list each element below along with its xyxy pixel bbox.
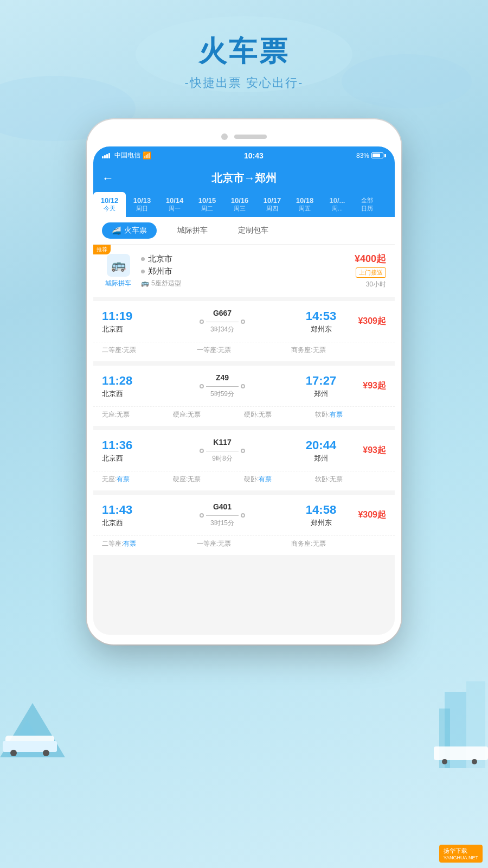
line-bar-1	[206, 386, 239, 387]
intercity-icon-area: 🚌 城际拼车	[102, 254, 134, 288]
type-tab-charter-label: 定制包车	[238, 226, 268, 234]
date-tab-3[interactable]: 10/15 周二	[191, 192, 223, 217]
battery-icon	[371, 152, 386, 158]
date-tab-1[interactable]: 10/13 周日	[126, 192, 158, 217]
date-tab-4[interactable]: 10/16 周三	[223, 192, 256, 217]
type-tab-charter[interactable]: 定制包车	[228, 222, 278, 239]
line-bar-0	[206, 322, 239, 322]
back-button[interactable]: ←	[102, 171, 114, 186]
carrier-label: 中国电信	[114, 151, 140, 160]
signal-icon	[102, 153, 110, 158]
door-service-badge: 上门接送	[356, 267, 386, 278]
train-middle-2: K117 9时8分	[145, 438, 299, 463]
intercity-price: ¥400起	[355, 252, 386, 265]
arrive-station-1: 郑州	[299, 389, 343, 399]
train-row-1[interactable]: 11:28 北京西 Z49 5时59分	[93, 366, 395, 426]
line-dot-left-3	[200, 513, 204, 518]
train-row-3[interactable]: 11:43 北京西 G401 3时15分	[93, 495, 395, 555]
intercity-to-city: 郑州市	[148, 266, 172, 277]
svg-point-8	[43, 750, 49, 756]
date-tab-3-day: 周二	[194, 205, 220, 213]
page-title-area: 火车票 -快捷出票 安心出行-	[0, 0, 488, 91]
phone-outer: 中国电信 📶 10:43 83% ← 北京市→郑州	[87, 119, 401, 644]
seat-0-1: 一等座:无票	[197, 346, 292, 355]
arrive-time-3: 14:58	[299, 503, 343, 517]
arrive-time-1: 17:27	[299, 374, 343, 388]
type-tab-intercity[interactable]: 城际拼车	[168, 222, 217, 239]
arrive-station-2: 郑州	[299, 454, 343, 463]
type-tab-train-label: 火车票	[124, 226, 147, 235]
bus-icon-small: 🚌	[141, 279, 149, 287]
train-duration-0: 3时34分	[145, 325, 299, 334]
seat-info-0: 二等座:无票 一等座:无票 商务座:无票	[93, 342, 395, 361]
page-subtitle: -快捷出票 安心出行-	[0, 75, 488, 91]
train-arrive-0: 14:53 郑州东	[299, 309, 343, 334]
train-row-0[interactable]: 11:19 北京西 G667 3时34分	[93, 301, 395, 361]
arrive-station-3: 郑州东	[299, 518, 343, 528]
train-duration-3: 3时15分	[145, 519, 299, 528]
train-arrive-3: 14:58 郑州东	[299, 503, 343, 528]
svg-point-7	[10, 750, 17, 756]
line-dot-left-0	[200, 320, 204, 324]
train-depart-2: 11:36 北京西	[102, 438, 145, 463]
depart-time-3: 11:43	[102, 503, 145, 517]
type-tab-intercity-label: 城际拼车	[177, 226, 208, 234]
intercity-service-label: 城际拼车	[105, 279, 131, 288]
date-tab-2[interactable]: 10/14 周一	[158, 192, 191, 217]
depart-station-3: 北京西	[102, 518, 145, 528]
date-tab-6-day: 周五	[292, 205, 318, 213]
depart-time-0: 11:19	[102, 309, 145, 323]
nav-bar: ← 北京市→郑州	[93, 164, 395, 192]
date-tab-all[interactable]: 全部 日历	[354, 192, 381, 217]
train-main-0: 11:19 北京西 G667 3时34分	[93, 301, 395, 342]
train-price-1: ¥93起	[343, 380, 386, 392]
watermark: 扬华下载 YANGHUA.NET	[439, 845, 483, 863]
date-tab-6[interactable]: 10/18 周五	[288, 192, 321, 217]
train-depart-1: 11:28 北京西	[102, 374, 145, 399]
train-line-2	[145, 449, 299, 453]
seat-2-2: 硬卧:有票	[244, 475, 315, 484]
date-tab-7[interactable]: 10/... 周...	[321, 192, 354, 217]
intercity-card[interactable]: 推荐 🚌 城际拼车 北京市	[93, 245, 395, 297]
date-tab-0-date: 10/12	[97, 196, 123, 205]
train-row-2[interactable]: 11:36 北京西 K117 9时8分	[93, 430, 395, 490]
from-dot	[141, 257, 145, 261]
date-tab-0-day: 今天	[97, 205, 123, 213]
svg-point-13	[442, 759, 447, 764]
date-tab-5-date: 10/17	[259, 196, 285, 205]
train-middle-0: G667 3时34分	[145, 309, 299, 334]
train-duration-1: 5时59分	[145, 390, 299, 399]
depart-station-0: 北京西	[102, 324, 145, 334]
date-tab-4-day: 周三	[227, 205, 253, 213]
date-tabs: 10/12 今天 10/13 周日 10/14 周一 10/15 周二 10/1…	[93, 192, 395, 217]
train-price-3: ¥309起	[343, 509, 386, 521]
train-price-0: ¥309起	[343, 316, 386, 327]
seat-info-3: 二等座:有票 一等座:无票 商务座:无票	[93, 535, 395, 555]
intercity-to: 郑州市	[141, 266, 348, 277]
battery-percent: 83%	[356, 152, 369, 159]
price-1: ¥93起	[343, 380, 386, 392]
phone-screen: 中国电信 📶 10:43 83% ← 北京市→郑州	[93, 146, 395, 635]
arrive-time-0: 14:53	[299, 309, 343, 323]
train-depart-3: 11:43 北京西	[102, 503, 145, 528]
line-dot-left-2	[200, 449, 204, 453]
train-main-3: 11:43 北京西 G401 3时15分	[93, 495, 395, 535]
intercity-bus-icon: 🚌	[107, 254, 130, 277]
date-tab-5[interactable]: 10/17 周四	[256, 192, 288, 217]
seat-2-3: 软卧:无票	[315, 475, 386, 484]
date-tab-2-date: 10/14	[162, 196, 188, 205]
type-tabs: 🚄 火车票 城际拼车 定制包车	[93, 217, 395, 245]
svg-rect-6	[3, 741, 57, 752]
svg-rect-12	[434, 746, 488, 760]
intercity-from-city: 北京市	[148, 254, 172, 264]
type-tab-train[interactable]: 🚄 火车票	[102, 222, 157, 239]
date-tab-0[interactable]: 10/12 今天	[93, 192, 126, 217]
svg-point-14	[472, 759, 477, 764]
train-main-2: 11:36 北京西 K117 9时8分	[93, 430, 395, 471]
train-line-3	[145, 513, 299, 518]
date-tab-3-date: 10/15	[194, 196, 220, 205]
deco-buildings-right	[434, 660, 488, 770]
intercity-price-area: ¥400起 上门接送 30小时	[355, 252, 386, 289]
depart-station-1: 北京西	[102, 389, 145, 399]
date-tab-5-day: 周四	[259, 205, 285, 213]
